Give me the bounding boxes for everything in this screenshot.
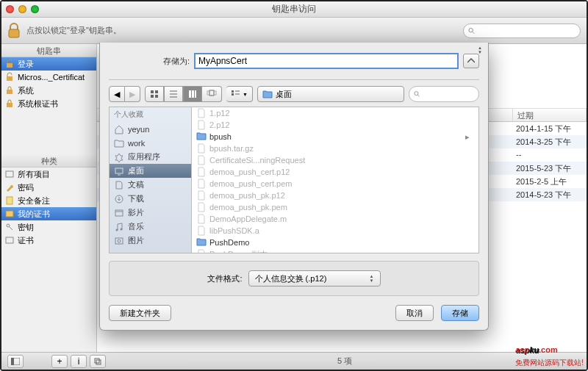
window-title: 钥匙串访问: [1, 3, 587, 15]
svg-rect-5: [7, 90, 12, 94]
sidebar-pictures[interactable]: 图片: [110, 234, 191, 248]
toolbar-search[interactable]: [463, 24, 581, 38]
svg-rect-12: [6, 237, 13, 243]
lock-hint-text: 点按以锁定"登录"钥匙串。: [26, 25, 457, 36]
svg-rect-9: [6, 211, 13, 217]
svg-rect-19: [151, 95, 154, 98]
cat-password[interactable]: 密码: [1, 181, 96, 194]
lock-icon: [4, 85, 15, 96]
file-item[interactable]: bpush▸: [192, 131, 478, 143]
file-item[interactable]: demoa_push_pk.pem: [192, 201, 478, 213]
svg-rect-24: [189, 90, 191, 98]
note-icon: [4, 195, 15, 206]
exp-cell: 2015-5-23 下午: [513, 162, 587, 175]
cat-all[interactable]: 所有项目: [1, 168, 96, 181]
lock-icon[interactable]: [7, 23, 21, 39]
cat-my-certs[interactable]: 我的证书: [1, 207, 96, 220]
folder-icon: [196, 132, 207, 142]
keychain-item-login[interactable]: 登录: [1, 57, 96, 71]
save-button[interactable]: 存储: [441, 305, 479, 321]
file-icon: [196, 108, 207, 118]
category-section-header: 种类: [1, 154, 96, 168]
info-button[interactable]: i: [71, 355, 87, 368]
format-dropdown[interactable]: 个人信息交换 (.p12) ▲▼: [248, 270, 381, 287]
save-dialog: 存储为: ◀ ▶ ▼ 桌面 ▲▼ 个人收藏 y: [99, 43, 489, 331]
exp-cell: 2014-1-15 下午: [513, 122, 587, 135]
toolbar: 点按以锁定"登录"钥匙串。: [1, 18, 587, 44]
svg-rect-18: [155, 90, 158, 93]
apps-icon: [114, 152, 124, 162]
save-filename-input[interactable]: [194, 53, 459, 69]
file-item[interactable]: demoa_push_cert.p12: [192, 166, 478, 178]
cancel-button[interactable]: 取消: [395, 305, 434, 321]
svg-rect-14: [11, 358, 14, 365]
arrange-dropdown[interactable]: ▼: [226, 86, 253, 102]
back-button[interactable]: ◀: [109, 86, 125, 102]
view-columns[interactable]: [183, 86, 202, 102]
svg-rect-25: [192, 90, 194, 98]
svg-point-42: [121, 228, 123, 230]
forward-button[interactable]: ▶: [125, 86, 140, 102]
sb-toggle-btn[interactable]: [7, 355, 24, 368]
sidebar-movies[interactable]: 影片: [110, 206, 191, 220]
svg-point-44: [118, 239, 121, 242]
all-items-icon: [4, 169, 15, 179]
dialog-search[interactable]: [409, 86, 479, 102]
save-as-label: 存储为:: [153, 56, 190, 67]
exp-cell: 2014-5-23 下午: [513, 188, 587, 201]
location-dropdown[interactable]: 桌面 ▲▼: [257, 86, 404, 102]
file-item[interactable]: PushDemo: [192, 237, 478, 248]
cat-certs[interactable]: 证书: [1, 234, 96, 247]
folder-icon: [262, 90, 273, 98]
sidebar-docs[interactable]: 文稿: [110, 178, 191, 192]
file-icon: [196, 155, 207, 165]
svg-line-11: [9, 226, 12, 230]
svg-rect-36: [115, 168, 123, 173]
view-switcher[interactable]: [145, 86, 222, 102]
new-folder-button[interactable]: 新建文件夹: [109, 305, 171, 321]
keychain-item-root[interactable]: 系统根证书: [1, 97, 96, 110]
svg-point-34: [415, 92, 418, 96]
sidebar-music[interactable]: 音乐: [110, 220, 191, 234]
file-item[interactable]: libPushSDK.a: [192, 225, 478, 237]
svg-rect-39: [115, 210, 123, 216]
file-item[interactable]: demoa_push_cert.pem: [192, 178, 478, 190]
exp-cell: 2014-3-25 下午: [513, 135, 587, 148]
toolbar-search-input[interactable]: [478, 26, 576, 35]
pictures-icon: [114, 236, 124, 246]
keychain-item-ms[interactable]: Micros..._Certificat: [1, 71, 96, 84]
file-icon: [196, 143, 207, 154]
sidebar-apps[interactable]: 应用程序: [110, 150, 191, 164]
view-list[interactable]: [164, 86, 183, 102]
file-item[interactable]: 2.p12: [192, 119, 478, 131]
keychain-item-system[interactable]: 系统: [1, 84, 96, 97]
svg-rect-3: [7, 63, 12, 68]
sidebar-home[interactable]: yeyun: [110, 122, 191, 136]
svg-rect-28: [207, 91, 209, 95]
left-sidebar: 钥匙串 登录 Micros..._Certificat 系统 系统根证书: [1, 44, 97, 352]
cert-icon: [4, 209, 15, 219]
dialog-search-input[interactable]: [423, 90, 474, 98]
col-expires[interactable]: 过期: [513, 109, 587, 121]
sidebar-desktop[interactable]: 桌面: [110, 164, 191, 178]
file-item[interactable]: DemoAppDelegate.m: [192, 213, 478, 225]
file-item[interactable]: 1.p12: [192, 107, 478, 119]
cat-note[interactable]: 安全备注: [1, 194, 96, 207]
download-icon: [114, 194, 124, 204]
exp-cell: 2015-2-5 上午: [513, 175, 587, 188]
view-icons[interactable]: [145, 86, 164, 102]
copy-button[interactable]: [90, 355, 106, 368]
file-item[interactable]: bpush.tar.gz: [192, 143, 478, 154]
file-list[interactable]: 1.p122.p12bpush▸bpush.tar.gzCertificateS…: [192, 107, 478, 253]
nav-back-forward[interactable]: ◀ ▶: [109, 86, 140, 102]
view-coverflow[interactable]: [202, 86, 222, 102]
add-button[interactable]: +: [51, 355, 68, 368]
cat-keys[interactable]: 密钥: [1, 220, 96, 234]
file-icon: [196, 179, 207, 189]
file-item[interactable]: CertificateSi...ningRequest: [192, 154, 478, 166]
sidebar-work[interactable]: work: [110, 136, 191, 150]
file-item[interactable]: demoa_push_pk.p12: [192, 190, 478, 201]
collapse-button[interactable]: [463, 54, 479, 68]
sidebar-downloads[interactable]: 下载: [110, 192, 191, 206]
file-item[interactable]: PushDemo 副本: [192, 248, 478, 253]
